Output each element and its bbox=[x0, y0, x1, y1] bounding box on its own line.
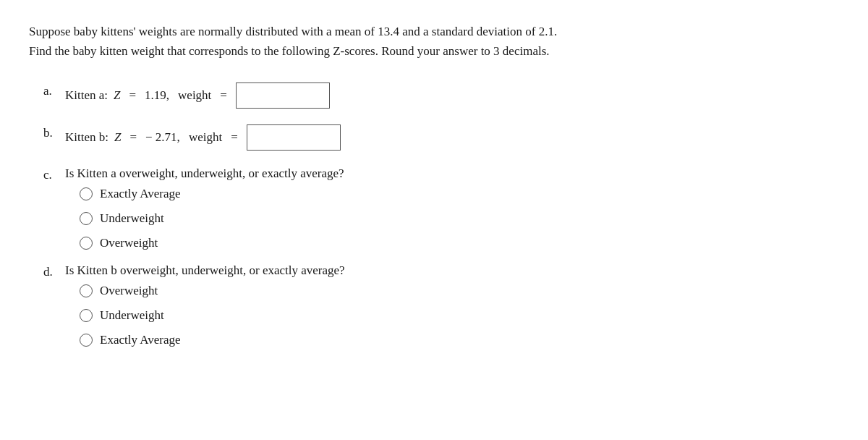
math-line-b: Kitten b: Z = − 2.71, weight = bbox=[65, 124, 839, 151]
label-d: d. bbox=[43, 263, 65, 279]
question-d: d. Is Kitten b overweight, underweight, … bbox=[43, 263, 839, 358]
answer-box-a[interactable] bbox=[236, 82, 330, 109]
question-d-text: Is Kitten b overweight, underweight, or … bbox=[65, 263, 839, 278]
equals-a: = bbox=[126, 88, 139, 103]
radio-d-label1: Overweight bbox=[100, 284, 158, 298]
kitten-b-prefix: Kitten b: bbox=[65, 130, 109, 145]
kitten-a-prefix: Kitten a: bbox=[65, 88, 108, 103]
radio-circle-d1 bbox=[80, 284, 93, 297]
question-c-text: Is Kitten a overweight, underweight, or … bbox=[65, 166, 839, 181]
radio-c-label1: Exactly Average bbox=[100, 187, 181, 201]
equals2-b: = bbox=[228, 130, 241, 145]
radio-circle-d2 bbox=[80, 309, 93, 322]
radio-c-label3: Overweight bbox=[100, 236, 158, 250]
radio-circle-c3 bbox=[80, 237, 93, 250]
radio-d-option3[interactable]: Exactly Average bbox=[80, 333, 839, 347]
label-b: b. bbox=[43, 124, 65, 140]
equals-b: = bbox=[127, 130, 140, 145]
label-c: c. bbox=[43, 166, 65, 182]
z-value-a: 1.19, bbox=[145, 88, 169, 103]
radio-circle-c2 bbox=[80, 212, 93, 225]
radio-group-c: Exactly Average Underweight Overweight bbox=[65, 187, 839, 250]
intro-line1: Suppose baby kittens' weights are normal… bbox=[29, 25, 557, 38]
radio-d-label2: Underweight bbox=[100, 308, 164, 323]
intro-text: Suppose baby kittens' weights are normal… bbox=[29, 22, 839, 61]
question-b: b. Kitten b: Z = − 2.71, weight = bbox=[43, 124, 839, 151]
z-symbol-a: Z bbox=[114, 88, 120, 103]
radio-d-label3: Exactly Average bbox=[100, 333, 181, 347]
radio-d-option1[interactable]: Overweight bbox=[80, 284, 839, 298]
answer-box-b[interactable] bbox=[247, 124, 341, 151]
math-line-a: Kitten a: Z = 1.19, weight = bbox=[65, 82, 839, 109]
z-symbol-b: Z bbox=[114, 130, 121, 145]
radio-c-option1[interactable]: Exactly Average bbox=[80, 187, 839, 201]
equals2-a: = bbox=[217, 88, 230, 103]
content-b: Kitten b: Z = − 2.71, weight = bbox=[65, 124, 839, 151]
z-value-b: − 2.71, bbox=[145, 130, 180, 145]
label-a: a. bbox=[43, 82, 65, 98]
radio-c-option3[interactable]: Overweight bbox=[80, 236, 839, 250]
content-c: Is Kitten a overweight, underweight, or … bbox=[65, 166, 839, 261]
content-a: Kitten a: Z = 1.19, weight = bbox=[65, 82, 839, 109]
radio-circle-d3 bbox=[80, 334, 93, 347]
question-a: a. Kitten a: Z = 1.19, weight = bbox=[43, 82, 839, 109]
radio-d-option2[interactable]: Underweight bbox=[80, 308, 839, 323]
radio-c-option2[interactable]: Underweight bbox=[80, 211, 839, 226]
weight-label-a: weight bbox=[178, 88, 211, 103]
radio-circle-c1 bbox=[80, 187, 93, 200]
content-d: Is Kitten b overweight, underweight, or … bbox=[65, 263, 839, 358]
radio-c-label2: Underweight bbox=[100, 211, 164, 226]
intro-line2: Find the baby kitten weight that corresp… bbox=[29, 44, 550, 58]
question-c: c. Is Kitten a overweight, underweight, … bbox=[43, 166, 839, 261]
radio-group-d: Overweight Underweight Exactly Average bbox=[65, 284, 839, 347]
weight-label-b: weight bbox=[189, 130, 222, 145]
